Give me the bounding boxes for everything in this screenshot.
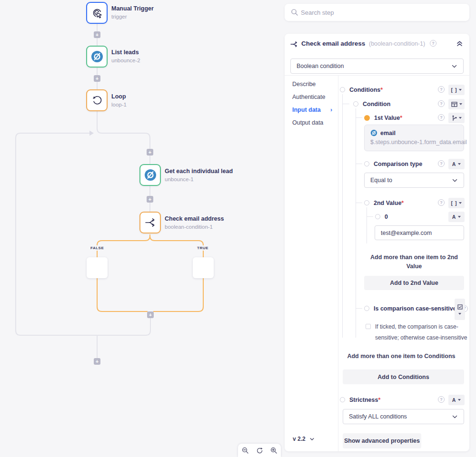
refresh-icon[interactable] [254, 445, 265, 456]
empty-step-slot-true[interactable] [193, 257, 214, 278]
search-input[interactable] [301, 7, 458, 18]
object-type-icon [451, 102, 457, 107]
field-label: 2nd Value [374, 200, 401, 206]
operation-select[interactable]: Boolean condition [290, 58, 464, 74]
string-type-icon: A [452, 397, 456, 403]
add-step-button[interactable] [94, 75, 100, 82]
zoom-out-icon[interactable] [240, 445, 250, 456]
field-second-value: 2nd Value* [364, 198, 404, 208]
case-sensitive-checkbox[interactable] [366, 324, 371, 329]
field-case-sensitive: Is comparison case-sensitive? [364, 303, 468, 313]
strictness-select[interactable]: Satisfy ALL conditions [343, 409, 464, 424]
node-title: Get each individual lead [165, 168, 233, 175]
branch-icon [290, 40, 298, 48]
tab-describe[interactable]: Describe [292, 81, 316, 88]
field-strictness: Strictness* [340, 395, 380, 405]
add-step-button[interactable] [147, 196, 153, 203]
help-icon[interactable] [438, 100, 445, 107]
add-to-second-value-button[interactable]: Add to 2nd Value [364, 276, 464, 290]
radio-case-sensitive[interactable] [364, 306, 369, 311]
type-selector-jsonpath[interactable] [448, 113, 465, 123]
add-step-button[interactable] [147, 149, 153, 156]
radio-conditions[interactable] [340, 87, 345, 92]
help-icon[interactable] [438, 396, 445, 403]
branch-icon [144, 216, 157, 229]
node-subtitle: trigger [111, 14, 127, 19]
help-icon[interactable] [438, 160, 445, 167]
node-title: Loop [111, 93, 126, 100]
field-conditions: Conditions* [340, 85, 383, 95]
branch-label-true: TRUE [196, 245, 210, 251]
add-step-button[interactable] [147, 311, 154, 318]
add-hint-second-value: Add more than one item to 2nd Value [364, 253, 464, 272]
radio-item-0[interactable] [375, 214, 380, 219]
array-type-icon: [ ] [451, 200, 457, 206]
unbounce-icon [144, 168, 157, 182]
search-icon [291, 9, 298, 16]
jsonpath-chip[interactable]: email $.steps.unbounce-1.form_data.email [364, 125, 464, 151]
workflow-canvas[interactable]: Manual Trigger trigger List leads unboun… [0, 0, 284, 457]
type-selector-object[interactable] [448, 99, 465, 109]
string-type-icon: A [452, 161, 456, 167]
comparison-type-select[interactable]: Equal to [364, 173, 464, 188]
field-comparison-type: Comparison type [364, 159, 422, 169]
help-icon[interactable] [438, 199, 445, 206]
field-label: 0 [385, 214, 388, 220]
help-icon[interactable] [438, 86, 445, 93]
checkbox-type-icon [457, 304, 463, 310]
radio-second-value[interactable] [364, 200, 369, 205]
chevron-down-icon [309, 437, 315, 442]
help-icon[interactable] [438, 114, 445, 121]
add-to-conditions-button[interactable]: Add to Conditions [343, 369, 464, 384]
empty-step-slot-false[interactable] [87, 257, 108, 278]
tree-elbow [356, 308, 362, 309]
required-mark: * [400, 115, 402, 121]
filled-dot-first-value[interactable] [364, 115, 370, 121]
node-subtitle: loop-1 [111, 102, 127, 107]
manual-trigger-icon [91, 7, 103, 19]
type-selector-string[interactable]: A [448, 212, 465, 222]
radio-comparison-type[interactable] [364, 161, 369, 166]
type-selector-string[interactable]: A [448, 395, 465, 405]
help-icon[interactable] [430, 40, 436, 47]
add-step-button[interactable] [94, 358, 100, 365]
tree-elbow [356, 203, 362, 203]
node-loop[interactable] [86, 89, 108, 111]
required-mark: * [378, 397, 380, 403]
zoom-in-icon[interactable] [268, 445, 279, 456]
version-selector[interactable]: v 2.2 [293, 436, 315, 442]
step-properties-panel: Check email address (boolean-condition-1… [285, 34, 469, 451]
node-list-leads[interactable] [86, 46, 108, 68]
tree-line [342, 94, 343, 338]
field-label: 1st Value [374, 115, 400, 121]
tab-input-data[interactable]: Input data [292, 107, 321, 113]
tab-output-data[interactable]: Output data [292, 119, 323, 126]
node-manual-trigger[interactable] [86, 2, 108, 24]
required-mark: * [401, 200, 404, 206]
node-check-email[interactable] [139, 212, 161, 233]
type-selector-boolean[interactable] [455, 299, 465, 320]
field-first-value: 1st Value* [364, 113, 402, 123]
tree-elbow [343, 104, 349, 104]
radio-strictness[interactable] [340, 397, 345, 402]
radio-condition[interactable] [353, 101, 358, 107]
add-step-button[interactable] [94, 31, 100, 38]
tree-elbow [367, 216, 373, 217]
type-selector-array[interactable]: [ ] [448, 198, 465, 208]
string-type-icon: A [452, 214, 456, 220]
type-selector-array[interactable]: [ ] [448, 85, 465, 95]
version-label: v 2.2 [293, 436, 306, 442]
required-mark: * [380, 87, 383, 93]
second-value-input[interactable] [375, 225, 464, 240]
collapse-panel-icon[interactable] [456, 40, 463, 47]
operation-select-value: Boolean condition [297, 63, 451, 69]
tab-authenticate[interactable]: Authenticate [292, 94, 326, 100]
tree-line [356, 108, 356, 338]
unbounce-icon [90, 50, 104, 63]
type-selector-string[interactable]: A [448, 159, 465, 169]
node-get-each-lead[interactable] [139, 164, 161, 186]
divider [338, 76, 338, 451]
add-hint-conditions: Add more than one item to Conditions [337, 352, 466, 361]
show-advanced-properties-button[interactable]: Show advanced properties [343, 433, 421, 448]
unbounce-icon [370, 129, 377, 136]
